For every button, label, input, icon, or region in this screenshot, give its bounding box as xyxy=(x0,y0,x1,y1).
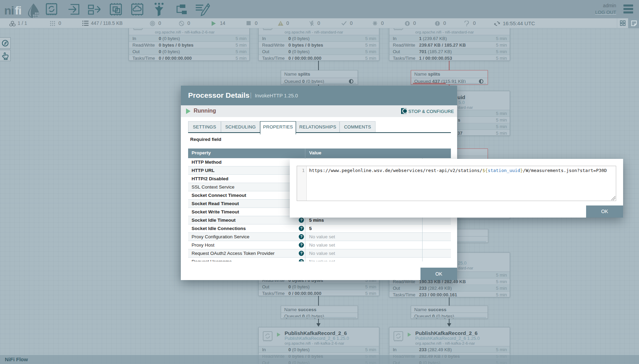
popup-ok-button[interactable]: OK xyxy=(586,205,623,218)
property-row-proxy-configuration-service[interactable]: Proxy Configuration Service?No value set xyxy=(188,233,451,241)
remote-process-group-icon[interactable] xyxy=(130,2,145,16)
connection-label-4[interactable]: Name successQueued 0 (0 bytes) xyxy=(281,306,358,319)
property-help-icon[interactable]: ? xyxy=(299,251,304,256)
connection-line[interactable] xyxy=(318,61,319,70)
queue-count-bar xyxy=(413,83,446,84)
funnel-icon[interactable] xyxy=(151,2,167,16)
connection-line[interactable] xyxy=(449,319,450,323)
nifi-logo: ni fi xyxy=(4,2,42,17)
tab-properties[interactable]: PROPERTIES xyxy=(260,121,296,134)
stat-row-tasks-time: Tasks/Time1 / 00:00:00.0535 min xyxy=(389,55,510,61)
breadcrumb[interactable]: NiFi Flow xyxy=(5,356,28,362)
log-out-link[interactable]: LOG OUT xyxy=(595,10,616,15)
connection-label-5[interactable]: Name successQueued 0 (0 bytes) xyxy=(411,306,488,319)
property-value[interactable]: 5 xyxy=(309,226,312,231)
code-segment-brace: ${ xyxy=(482,168,488,173)
processor-icon[interactable] xyxy=(44,2,59,16)
input-port-icon[interactable] xyxy=(66,2,81,16)
running-status-text: Running xyxy=(194,108,216,114)
property-row-request-oauth2-access-token-provider[interactable]: Request OAuth2 Access Token Provider?No … xyxy=(188,249,451,258)
tab-underline xyxy=(188,132,451,133)
stat-row-out: Out0 (0 bytes)5 min xyxy=(129,48,249,55)
global-menu-icon[interactable] xyxy=(623,4,633,14)
queue-count-bar xyxy=(283,317,316,318)
property-row-request-username[interactable]: Request Username?No value set xyxy=(188,258,451,261)
editor-resize-handle[interactable] xyxy=(611,196,615,200)
sticky-note-button[interactable] xyxy=(628,18,639,28)
code-segment-plain: https://www.pegelonline.wsv.de/webservic… xyxy=(309,168,482,173)
stat-window: 5 min xyxy=(365,284,376,289)
processor-bundle: org.apache.nifi - nifi-standard-nar xyxy=(415,30,474,34)
stat-label: Read/Write xyxy=(393,42,415,48)
stat-label: Tasks/Time xyxy=(393,56,415,61)
dialog-header: Processor Details | InvokeHTTP 1.25.0 xyxy=(181,86,457,105)
sticky-note-icon xyxy=(631,20,637,26)
property-value[interactable]: No value set xyxy=(309,259,335,261)
properties-table-header: Property Value xyxy=(188,149,451,158)
stat-window: 5 min xyxy=(235,42,247,48)
running-indicator-icon xyxy=(408,333,411,337)
dialog-ok-button[interactable]: OK xyxy=(420,268,457,280)
expression-editor[interactable]: 1 https://www.pegelonline.wsv.de/webserv… xyxy=(297,166,616,201)
property-help-icon[interactable]: ? xyxy=(299,218,304,223)
refresh-icon[interactable] xyxy=(494,21,500,26)
property-help-icon[interactable]: ? xyxy=(299,226,304,231)
template-icon[interactable] xyxy=(173,2,188,16)
clipped-text-fragment: 5.0 xyxy=(459,100,465,105)
tab-settings[interactable]: SETTINGS xyxy=(188,121,221,133)
stat-label: Out xyxy=(393,286,400,291)
property-row-proxy-host[interactable]: Proxy Host?No value set xyxy=(188,241,451,249)
stat-value: 0 / 00:00:00.000 xyxy=(159,56,192,61)
connection-line[interactable] xyxy=(318,319,319,323)
tab-relationships[interactable]: RELATIONSHIPS xyxy=(296,121,340,133)
processor-name: PublishKafkaRecord_2_6 xyxy=(415,330,478,336)
clipped-text-fragment: 37 xyxy=(457,131,462,136)
connection-label-0[interactable]: Name splitsQueued 0 (0 bytes) xyxy=(281,70,358,85)
percent-full-icon xyxy=(479,79,483,84)
stat-row-out: Out0 (0 bytes)5 min xyxy=(259,284,379,290)
grid-squares-button[interactable] xyxy=(617,18,628,28)
connection-name: Name splits xyxy=(414,71,440,77)
stat-window: 5 min xyxy=(235,36,247,41)
stat-label: Read/Write xyxy=(132,42,155,48)
stat-label: In xyxy=(262,36,266,41)
stat-value: 1 / 00:00:00.053 xyxy=(419,56,452,61)
stat-label: Out xyxy=(262,49,269,54)
connection-line[interactable] xyxy=(449,297,450,306)
connection-label-1[interactable]: Name splitsQueued 437 (115.91 KB) xyxy=(411,70,488,85)
tab-scheduling[interactable]: SCHEDULING xyxy=(221,121,260,133)
queue-count-bar xyxy=(413,317,446,318)
birdseye-control-button[interactable] xyxy=(0,37,11,49)
stat-value: 0 bytes / 0 bytes xyxy=(288,42,323,48)
property-row-socket-idle-connections[interactable]: Socket Idle Connections?5 xyxy=(188,224,451,233)
grid-squares-icon xyxy=(620,20,626,26)
connection-arrowhead xyxy=(447,323,451,327)
property-name: Socket Read Timeout xyxy=(192,201,239,206)
disabled-icon xyxy=(309,21,314,26)
tab-comments[interactable]: COMMENTS xyxy=(340,121,376,133)
property-value[interactable]: 5 mins xyxy=(309,218,324,223)
property-help-icon[interactable]: ? xyxy=(299,259,304,261)
connection-line[interactable] xyxy=(318,296,319,306)
property-value[interactable]: No value set xyxy=(309,251,335,256)
label-icon[interactable] xyxy=(194,2,210,16)
hand-control-button[interactable] xyxy=(0,50,11,61)
processor-stats: In1 (239.67 KB)5 minRead/Write239.67 KB … xyxy=(389,35,510,61)
property-help-icon[interactable]: ? xyxy=(299,234,304,239)
stat-label: Out xyxy=(393,49,400,54)
stat-value: 233 (282.49 KB) xyxy=(419,347,452,352)
stat-window: 5 min xyxy=(365,49,376,54)
process-group-icon[interactable] xyxy=(109,2,124,16)
stat-row-out: Out233 (282.49 KB)5 min xyxy=(389,285,510,291)
editor-code-line[interactable]: https://www.pegelonline.wsv.de/webservic… xyxy=(309,168,614,173)
connection-line[interactable] xyxy=(449,61,450,70)
property-name: Proxy Configuration Service xyxy=(192,234,249,239)
property-help-icon[interactable]: ? xyxy=(299,242,304,248)
output-port-icon[interactable] xyxy=(87,2,102,16)
property-value[interactable]: No value set xyxy=(309,242,335,248)
cluster-cubes-icon xyxy=(9,21,15,26)
stop-configure-label: STOP & CONFIGURE xyxy=(408,109,454,114)
stat-label: In xyxy=(132,36,136,41)
property-value[interactable]: No value set xyxy=(309,234,335,239)
current-user: admin xyxy=(595,3,616,8)
